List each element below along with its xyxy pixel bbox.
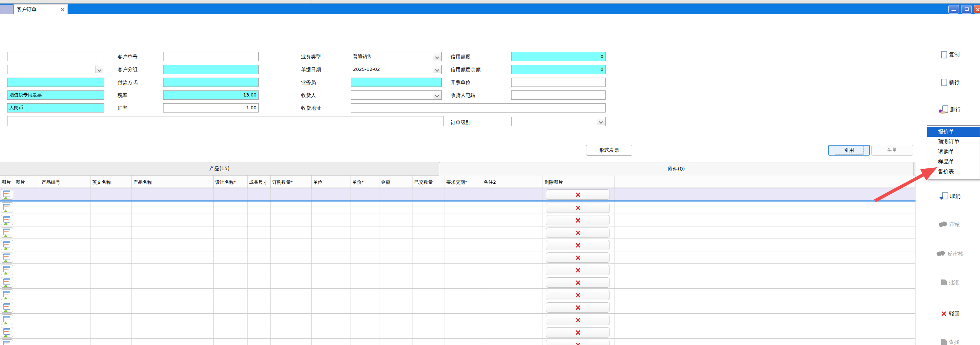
- table-cell[interactable]: [91, 276, 132, 288]
- row-image-upload-button[interactable]: [1, 315, 13, 325]
- delete-image-button[interactable]: [546, 340, 610, 345]
- table-cell[interactable]: [271, 251, 312, 264]
- table-cell[interactable]: [132, 264, 214, 276]
- menu-item[interactable]: 样品单: [927, 157, 980, 167]
- table-cell[interactable]: [614, 301, 916, 313]
- table-row[interactable]: [0, 264, 916, 276]
- delete-image-button[interactable]: [546, 189, 610, 200]
- table-cell[interactable]: [379, 214, 413, 226]
- table-cell[interactable]: [351, 202, 379, 214]
- table-cell[interactable]: [248, 314, 271, 326]
- row-image-upload-button[interactable]: [1, 277, 13, 288]
- table-cell[interactable]: [543, 264, 614, 276]
- table-row[interactable]: [0, 188, 916, 202]
- column-header[interactable]: 英文名称: [91, 175, 132, 188]
- table-cell[interactable]: [351, 289, 379, 301]
- table-cell[interactable]: [351, 239, 379, 251]
- table-cell[interactable]: [132, 289, 214, 301]
- table-cell[interactable]: [91, 289, 132, 301]
- menu-item[interactable]: 预测订单: [927, 137, 980, 147]
- dropdown-button[interactable]: [433, 53, 441, 60]
- column-header[interactable]: 删除图片: [543, 175, 614, 188]
- delete-image-button[interactable]: [546, 215, 610, 225]
- table-row[interactable]: [0, 326, 916, 339]
- table-cell[interactable]: [445, 276, 482, 288]
- table-cell[interactable]: [543, 226, 614, 238]
- table-cell[interactable]: [0, 289, 14, 301]
- table-cell[interactable]: [351, 226, 379, 238]
- table-row[interactable]: [0, 339, 916, 345]
- table-cell[interactable]: [614, 239, 916, 251]
- table-cell[interactable]: [271, 301, 312, 313]
- column-header[interactable]: 成品尺寸: [248, 175, 271, 188]
- customer-group-field[interactable]: [163, 65, 259, 74]
- table-cell[interactable]: [214, 289, 248, 301]
- table-cell[interactable]: [445, 314, 482, 326]
- customer-field[interactable]: [7, 52, 104, 61]
- table-cell[interactable]: [91, 301, 132, 313]
- table-cell[interactable]: [40, 214, 91, 226]
- column-header[interactable]: 已交数量: [413, 175, 445, 188]
- table-cell[interactable]: [312, 202, 351, 214]
- table-cell[interactable]: [445, 289, 482, 301]
- table-cell[interactable]: [214, 214, 248, 226]
- table-cell[interactable]: [543, 301, 614, 313]
- table-cell[interactable]: [40, 326, 91, 338]
- table-cell[interactable]: [482, 314, 543, 326]
- table-cell[interactable]: [91, 239, 132, 251]
- table-cell[interactable]: [351, 264, 379, 276]
- table-cell[interactable]: [14, 276, 40, 288]
- table-cell[interactable]: [40, 264, 91, 276]
- table-cell[interactable]: [91, 188, 132, 200]
- table-cell[interactable]: [413, 226, 445, 238]
- table-cell[interactable]: [445, 214, 482, 226]
- table-cell[interactable]: [14, 301, 40, 313]
- column-header[interactable]: 订购数量*: [271, 175, 312, 188]
- table-cell[interactable]: [91, 226, 132, 238]
- table-cell[interactable]: [379, 202, 413, 214]
- table-cell[interactable]: [248, 226, 271, 238]
- table-cell[interactable]: [312, 289, 351, 301]
- column-header[interactable]: [614, 175, 916, 188]
- table-cell[interactable]: [40, 314, 91, 326]
- table-cell[interactable]: [445, 264, 482, 276]
- invoice-type-field[interactable]: 增值税专用发票: [7, 91, 104, 100]
- proforma-invoice-button[interactable]: 形式发票: [586, 145, 632, 156]
- table-cell[interactable]: [312, 188, 351, 200]
- invoicing-unit-field[interactable]: [511, 78, 606, 87]
- table-cell[interactable]: [614, 226, 916, 238]
- delete-image-button[interactable]: [546, 277, 610, 288]
- table-cell[interactable]: [132, 202, 214, 214]
- delete-image-button[interactable]: [546, 265, 610, 275]
- table-cell[interactable]: [482, 239, 543, 251]
- table-cell[interactable]: [543, 251, 614, 264]
- table-cell[interactable]: [14, 226, 40, 238]
- row-image-upload-button[interactable]: [1, 264, 13, 275]
- table-cell[interactable]: [614, 326, 916, 338]
- table-cell[interactable]: [40, 251, 91, 264]
- payment-method-field[interactable]: [163, 78, 259, 87]
- table-cell[interactable]: [614, 188, 916, 200]
- table-cell[interactable]: [413, 289, 445, 301]
- delete-image-button[interactable]: [546, 290, 610, 300]
- table-cell[interactable]: [482, 226, 543, 238]
- table-cell[interactable]: [248, 251, 271, 264]
- table-cell[interactable]: [91, 264, 132, 276]
- table-cell[interactable]: [0, 301, 14, 313]
- table-cell[interactable]: [0, 226, 14, 238]
- table-cell[interactable]: [312, 276, 351, 288]
- table-cell[interactable]: [214, 239, 248, 251]
- column-header[interactable]: 单价*: [351, 175, 379, 188]
- exchange-rate-field[interactable]: 1.00: [163, 103, 259, 113]
- table-cell[interactable]: [248, 239, 271, 251]
- table-cell[interactable]: [543, 239, 614, 251]
- maximize-button[interactable]: [961, 5, 972, 14]
- table-cell[interactable]: [0, 264, 14, 276]
- table-cell[interactable]: [14, 289, 40, 301]
- table-row[interactable]: [0, 289, 916, 301]
- table-cell[interactable]: [248, 301, 271, 313]
- table-cell[interactable]: [132, 251, 214, 264]
- table-cell[interactable]: [482, 251, 543, 264]
- table-cell[interactable]: [614, 214, 916, 226]
- table-cell[interactable]: [214, 226, 248, 238]
